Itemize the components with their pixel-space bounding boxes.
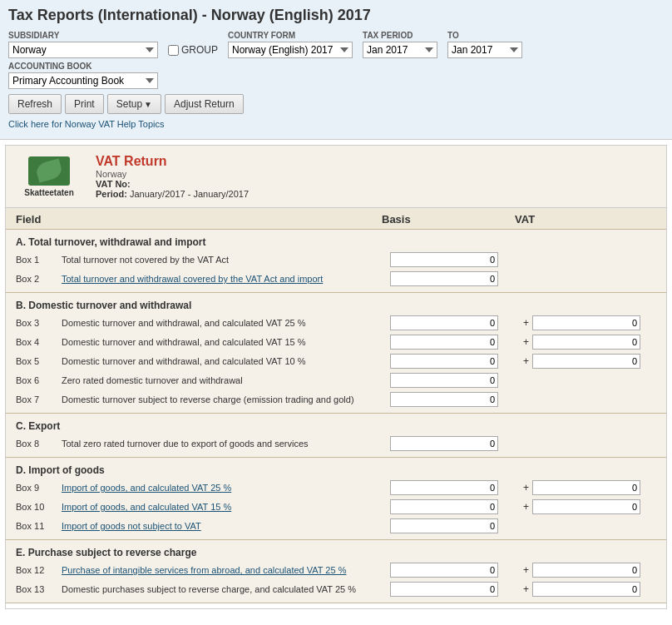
table-row: Box 6Zero rated domestic turnover and wi… (16, 372, 656, 389)
field-description[interactable]: Purchase of intangible services from abr… (62, 565, 390, 575)
section-title-D: D. Import of goods (16, 464, 656, 476)
accounting-book-label: ACCOUNTING BOOK (8, 62, 158, 71)
basis-input[interactable] (390, 563, 498, 578)
table-row: Box 7Domestic turnover subject to revers… (16, 391, 656, 408)
refresh-button[interactable]: Refresh (8, 94, 62, 114)
period-label: Period: (96, 189, 127, 199)
vat-input[interactable] (532, 563, 640, 578)
box-label: Box 10 (16, 502, 62, 512)
adjust-return-button[interactable]: Adjust Return (165, 94, 244, 114)
box-label: Box 9 (16, 483, 62, 493)
basis-cell (390, 392, 523, 407)
table-row: Box 10Import of goods, and calculated VA… (16, 499, 656, 515)
section-title-A: A. Total turnover, withdrawal and import (16, 236, 656, 248)
plus-sign: + (523, 317, 529, 329)
field-description: Domestic purchases subject to reverse ch… (62, 584, 390, 594)
column-headers: Field Basis VAT (6, 208, 666, 230)
section-separator (6, 603, 666, 603)
table-row: Box 5Domestic turnover and withdrawal, a… (16, 353, 656, 370)
group-label: GROUP (181, 44, 218, 56)
basis-cell (390, 373, 523, 388)
section-title-C: C. Export (16, 420, 656, 432)
vat-cell: + (523, 335, 656, 350)
box-label: Box 2 (16, 274, 62, 284)
box-label: Box 7 (16, 394, 62, 404)
basis-input[interactable] (390, 499, 498, 514)
basis-input[interactable] (390, 252, 498, 267)
vat-input[interactable] (532, 315, 640, 330)
section-D: D. Import of goodsBox 9Import of goods, … (6, 464, 666, 534)
basis-input[interactable] (390, 436, 498, 451)
basis-input[interactable] (390, 354, 498, 369)
section-E: E. Purchase subject to reverse chargeBox… (6, 547, 666, 598)
skatteetaten-logo: Skatteetaten (16, 156, 82, 197)
print-button[interactable]: Print (65, 94, 104, 114)
basis-cell (390, 582, 523, 597)
group-checkbox[interactable] (168, 45, 179, 56)
table-row: Box 11Import of goods not subject to VAT (16, 518, 656, 534)
tax-period-select[interactable]: Jan 2017 (363, 42, 437, 58)
tax-period-label: TAX PERIOD (363, 31, 437, 40)
subsidiary-select[interactable]: Norway (8, 42, 158, 58)
section-separator (6, 292, 666, 293)
toolbar: Refresh Print Setup ▼ Adjust Return (8, 94, 664, 114)
report-subtitle: Norway (96, 169, 249, 179)
report-body: Field Basis VAT A. Total turnover, withd… (6, 208, 666, 603)
help-link[interactable]: Click here for Norway VAT Help Topics (8, 117, 164, 131)
country-form-group: COUNTRY FORM Norway (English) 2017 (228, 31, 353, 58)
table-row: Box 9Import of goods, and calculated VAT… (16, 479, 656, 496)
basis-input[interactable] (390, 335, 498, 350)
col-header-field: Field (16, 213, 382, 226)
tax-period-group: TAX PERIOD Jan 2017 (363, 31, 437, 58)
vat-cell: + (523, 480, 656, 495)
basis-cell (390, 518, 523, 533)
basis-input[interactable] (390, 392, 498, 407)
vat-cell: + (523, 315, 656, 330)
box-label: Box 12 (16, 565, 62, 575)
logo-leaf-icon (35, 158, 64, 182)
basis-cell (390, 315, 523, 330)
logo-image (28, 156, 70, 186)
box-label: Box 8 (16, 439, 62, 449)
vat-input[interactable] (532, 480, 640, 495)
basis-cell (390, 480, 523, 495)
section-B: B. Domestic turnover and withdrawalBox 3… (6, 300, 666, 408)
plus-sign: + (523, 336, 529, 348)
col-header-vat: VAT (515, 213, 656, 226)
vat-input[interactable] (532, 582, 640, 597)
basis-input[interactable] (390, 582, 498, 597)
vat-cell: + (523, 582, 656, 597)
field-description[interactable]: Total turnover and withdrawal covered by… (62, 274, 390, 284)
basis-input[interactable] (390, 271, 498, 286)
country-form-select[interactable]: Norway (English) 2017 (228, 42, 353, 58)
accounting-book-group: ACCOUNTING BOOK Primary Accounting Book (8, 62, 158, 89)
to-select[interactable]: Jan 2017 (447, 42, 522, 58)
report-title-block: VAT Return Norway VAT No: Period: Januar… (96, 154, 249, 199)
setup-button[interactable]: Setup ▼ (107, 94, 161, 114)
basis-input[interactable] (390, 315, 498, 330)
report-vat-no: VAT No: (96, 179, 249, 189)
plus-sign: + (523, 355, 529, 367)
basis-cell (390, 335, 523, 350)
field-description: Zero rated domestic turnover and withdra… (62, 375, 390, 385)
page-title: Tax Reports (International) - Norway (En… (8, 7, 664, 24)
report-header: Skatteetaten VAT Return Norway VAT No: P… (6, 146, 666, 208)
section-A: A. Total turnover, withdrawal and import… (6, 236, 666, 287)
field-description: Domestic turnover subject to reverse cha… (62, 394, 390, 404)
field-description[interactable]: Import of goods, and calculated VAT 15 % (62, 502, 390, 512)
vat-input[interactable] (532, 499, 640, 514)
basis-input[interactable] (390, 373, 498, 388)
accounting-book-select[interactable]: Primary Accounting Book (8, 72, 158, 89)
plus-sign: + (523, 501, 529, 513)
basis-input[interactable] (390, 480, 498, 495)
basis-cell (390, 563, 523, 578)
field-description[interactable]: Import of goods, and calculated VAT 25 % (62, 483, 390, 493)
group-check: GROUP (168, 44, 218, 58)
report-container: Skatteetaten VAT Return Norway VAT No: P… (5, 145, 667, 609)
field-description[interactable]: Import of goods not subject to VAT (62, 521, 390, 531)
vat-input[interactable] (532, 354, 640, 369)
basis-input[interactable] (390, 518, 498, 533)
table-row: Box 12Purchase of intangible services fr… (16, 562, 656, 578)
vat-input[interactable] (532, 335, 640, 350)
col-header-basis: Basis (382, 213, 515, 226)
